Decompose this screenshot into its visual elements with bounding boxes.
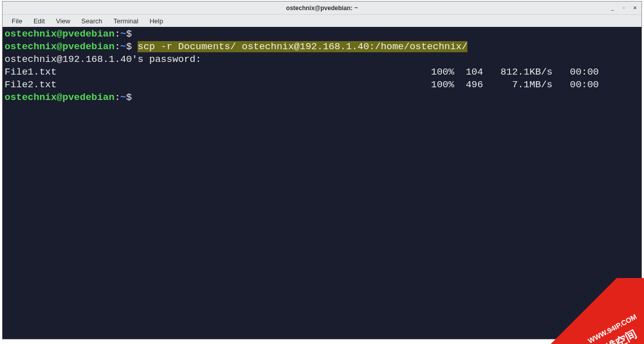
prompt-path: ~ [120, 92, 126, 103]
prompt-path: ~ [120, 41, 126, 52]
file-time: 00:00 [570, 66, 599, 78]
titlebar[interactable]: ostechnix@pvedebian: ~ _ ▫ ✕ [3, 2, 641, 15]
file-speed: 812.1KB/s [500, 66, 553, 78]
file-name: File1.txt [5, 66, 57, 79]
prompt-symbol: $ [126, 28, 131, 40]
menu-terminal[interactable]: Terminal [109, 16, 144, 26]
window-controls: _ ▫ ✕ [609, 5, 638, 12]
prompt-symbol: $ [126, 41, 131, 52]
file-time: 00:00 [570, 79, 599, 90]
terminal-output[interactable]: ostechnix@pvedebian:~$ostechnix@pvedebia… [3, 27, 641, 339]
menu-file[interactable]: File [7, 16, 27, 26]
menu-help[interactable]: Help [145, 16, 168, 26]
prompt-line-empty: ostechnix@pvedebian:~$ [5, 91, 639, 104]
file-stats: 100% 496 7.1MB/s 00:00 [431, 79, 639, 91]
file-transfer-row: File2.txt100% 496 7.1MB/s 00:00 [5, 79, 639, 91]
menu-search[interactable]: Search [76, 16, 107, 26]
file-transfer-row: File1.txt100% 104 812.1KB/s 00:00 [5, 66, 639, 79]
command-line: ostechnix@pvedebian:~$ scp -r Documents/… [5, 41, 639, 53]
minimize-button[interactable]: _ [609, 5, 616, 12]
window-title: ostechnix@pvedebian: ~ [286, 5, 358, 12]
prompt-userhost: ostechnix@pvedebian [5, 41, 115, 52]
file-speed: 7.1MB/s [512, 79, 553, 90]
terminal-window: ostechnix@pvedebian: ~ _ ▫ ✕ File Edit V… [2, 1, 642, 339]
prompt-line-empty: ostechnix@pvedebian:~$ [5, 28, 639, 41]
prompt-userhost: ostechnix@pvedebian [5, 92, 115, 103]
file-percent: 100% [431, 66, 454, 78]
file-size: 496 [466, 79, 483, 90]
file-size: 104 [466, 66, 483, 78]
menu-view[interactable]: View [51, 16, 75, 26]
maximize-button[interactable]: ▫ [620, 5, 627, 12]
close-button[interactable]: ✕ [631, 5, 638, 12]
prompt-symbol: $ [126, 92, 131, 103]
menu-edit[interactable]: Edit [28, 16, 50, 26]
prompt-userhost: ostechnix@pvedebian [5, 28, 115, 40]
prompt-path: ~ [120, 28, 126, 40]
menubar: File Edit View Search Terminal Help [3, 15, 641, 27]
password-prompt-line: ostechnix@192.168.1.40's password: [5, 53, 639, 66]
file-name: File2.txt [5, 79, 57, 91]
terminal-command: scp -r Documents/ ostechnix@192.168.1.40… [138, 41, 467, 52]
file-percent: 100% [431, 79, 454, 90]
file-stats: 100% 104 812.1KB/s 00:00 [431, 66, 639, 79]
